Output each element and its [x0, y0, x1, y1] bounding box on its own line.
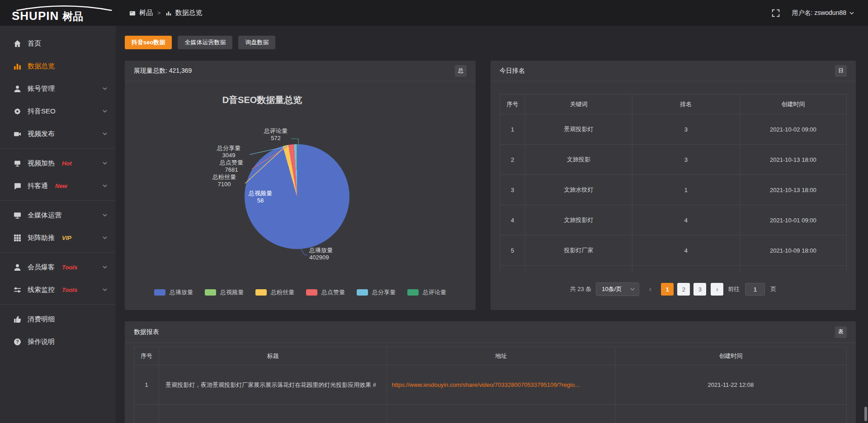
- legend-item-总播放量[interactable]: 总播放量: [154, 288, 193, 296]
- ranking-panel: 今日排名 日 序号关键词排名创建时间 1景观投影灯32021-10-02 09:…: [491, 61, 856, 310]
- sidebar-item-home[interactable]: 首页: [0, 32, 116, 55]
- chevron-down-icon: [849, 10, 854, 16]
- sidebar-item-label: 视频发布: [28, 130, 55, 138]
- sidebar-item-label: 消费明细: [28, 315, 55, 324]
- ranking-panel-title: 今日排名: [500, 67, 525, 75]
- ranking-cell: 文旅水纹灯: [525, 175, 632, 205]
- scrollbar-thumb[interactable]: [864, 407, 867, 421]
- sidebar-item-label: 抖客通: [28, 182, 48, 190]
- sidebar-item-data-overview[interactable]: 数据总览: [0, 55, 116, 77]
- grid-icon: [14, 234, 21, 242]
- page-button-1[interactable]: 1: [661, 283, 674, 296]
- chevron-down-icon: [630, 287, 635, 292]
- sidebar-item-label: 会员爆客: [28, 263, 55, 272]
- sidebar-item-consume-detail[interactable]: 消费明细: [0, 308, 116, 330]
- top-bar: SHUPIN 树品 树品 > 数据总览 用户名: zswodun88: [0, 0, 868, 26]
- legend-item-总视频量[interactable]: 总视频量: [205, 288, 244, 296]
- breadcrumb-current: 数据总览: [175, 9, 203, 17]
- total-badge-button[interactable]: 总: [455, 65, 467, 77]
- tab-media-operation-data[interactable]: 全媒体运营数据: [178, 36, 232, 49]
- ranking-cell: 3: [500, 175, 525, 205]
- pagination: 共 23 条 10条/页 ‹ 123 › 前往 页: [491, 282, 856, 296]
- sidebar-item-account-manage[interactable]: 账号管理: [0, 77, 116, 100]
- page-next-button[interactable]: ›: [711, 283, 723, 296]
- chevron-down-icon: [102, 160, 108, 166]
- ranking-table: 序号关键词排名创建时间 1景观投影灯32021-10-02 09:002文旅投影…: [500, 94, 847, 272]
- svg-text:?: ?: [16, 339, 19, 344]
- sidebar-item-label: 抖音SEO: [28, 107, 56, 116]
- sidebar-menu: 首页数据总览账号管理抖音SEO视频发布视频加热Hot抖客通New全媒体运营矩阵助…: [0, 26, 116, 423]
- page-prev-button[interactable]: ‹: [644, 283, 656, 296]
- breadcrumb-separator: >: [157, 9, 161, 16]
- ranking-cell: 2021-10-01 09:00: [740, 205, 846, 235]
- help-icon: ?: [14, 338, 21, 346]
- tab-bar: 抖音seo数据全媒体运营数据询盘数据: [125, 36, 856, 49]
- pagination-total: 共 23 条: [570, 285, 592, 293]
- chevron-down-icon: [102, 235, 108, 240]
- report-column-header: 地址: [387, 347, 615, 365]
- sidebar-item-media-operation[interactable]: 全媒体运营: [0, 204, 116, 226]
- sidebar-item-label: 矩阵助推: [28, 234, 55, 242]
- report-column-header: 标题: [159, 347, 387, 365]
- report-cell-url: https://www.iesdouyin.com/share/video/70…: [387, 365, 615, 405]
- tab-inquiry-data[interactable]: 询盘数据: [238, 36, 275, 49]
- chart-legend: 总播放量总视频量总粉丝量总点赞量总分享量总评论量: [125, 288, 476, 296]
- chevron-down-icon: [102, 108, 108, 114]
- goto-suffix: 页: [770, 285, 776, 293]
- sidebar-item-member-baoke[interactable]: 会员爆客Tools: [0, 256, 116, 278]
- chevron-down-icon: [102, 264, 108, 270]
- ranking-cell: 1: [500, 114, 525, 145]
- sidebar-item-leads-monitor[interactable]: 线索监控Tools: [0, 278, 116, 301]
- ranking-cell: 2: [500, 145, 525, 175]
- ranking-cell: 投影灯厂家: [525, 235, 632, 266]
- chevron-down-icon: [102, 212, 108, 218]
- fullscreen-icon[interactable]: [772, 9, 780, 17]
- legend-swatch: [306, 289, 317, 296]
- table-badge-button[interactable]: 表: [835, 326, 847, 338]
- ranking-cell: 2021-10-13 18:00: [740, 145, 846, 175]
- page-button-3[interactable]: 3: [693, 283, 706, 296]
- ranking-cell: 5: [500, 235, 525, 266]
- pie-label-总点赞量: 总点赞量7681: [212, 159, 251, 174]
- ranking-cell: 1: [632, 175, 740, 205]
- sidebar-item-matrix-boost[interactable]: 矩阵助推VIP: [0, 226, 116, 249]
- ranking-cell: 3: [632, 114, 740, 145]
- sidebar-item-label: 视频加热: [28, 159, 55, 168]
- sidebar-item-help[interactable]: ?操作说明: [0, 330, 116, 353]
- legend-item-总分享量[interactable]: 总分享量: [357, 288, 396, 296]
- logo-text-zh: 树品: [62, 11, 83, 22]
- ranking-table-row-partial: [500, 266, 847, 272]
- breadcrumb-chart-icon: [165, 10, 172, 16]
- ranking-table-row: 3文旅水纹灯12021-10-13 18:00: [500, 175, 847, 205]
- page-button-2[interactable]: 2: [677, 283, 690, 296]
- legend-item-总评论量[interactable]: 总评论量: [407, 288, 446, 296]
- thumb-icon: [14, 315, 21, 323]
- page-size-select[interactable]: 10条/页: [596, 282, 639, 296]
- day-badge-button[interactable]: 日: [835, 65, 847, 77]
- ranking-cell: 4: [500, 205, 525, 235]
- legend-item-总粉丝量[interactable]: 总粉丝量: [255, 288, 294, 296]
- tab-douyin-seo-data[interactable]: 抖音seo数据: [125, 36, 172, 49]
- ranking-cell: 2021-10-13 18:00: [740, 175, 846, 205]
- app-logo: SHUPIN 树品: [0, 5, 116, 22]
- breadcrumb-root[interactable]: 树品: [139, 9, 153, 17]
- legend-swatch: [154, 289, 165, 296]
- sidebar-item-douketong[interactable]: 抖客通New: [0, 174, 116, 197]
- goto-label: 前往: [728, 285, 740, 293]
- video-link[interactable]: https://www.iesdouyin.com/share/video/70…: [392, 381, 580, 388]
- legend-item-总点赞量[interactable]: 总点赞量: [306, 288, 345, 296]
- sidebar-item-douyin-seo[interactable]: 抖音SEO: [0, 100, 116, 122]
- user-menu[interactable]: 用户名: zswodun88: [792, 9, 854, 17]
- sidebar-item-label: 首页: [28, 39, 41, 48]
- legend-label: 总点赞量: [321, 288, 345, 296]
- ranking-cell: 3: [632, 145, 740, 175]
- bar-chart-icon: [14, 62, 21, 70]
- sidebar-item-video-publish[interactable]: 视频发布: [0, 122, 116, 145]
- sidebar-item-video-heat[interactable]: 视频加热Hot: [0, 152, 116, 174]
- legend-label: 总分享量: [372, 288, 396, 296]
- goto-page-input[interactable]: [745, 283, 765, 296]
- chat-icon: [14, 182, 21, 190]
- legend-swatch: [255, 289, 267, 296]
- chart-title: D音SEO数据量总览: [222, 94, 302, 106]
- legend-label: 总评论量: [423, 288, 446, 296]
